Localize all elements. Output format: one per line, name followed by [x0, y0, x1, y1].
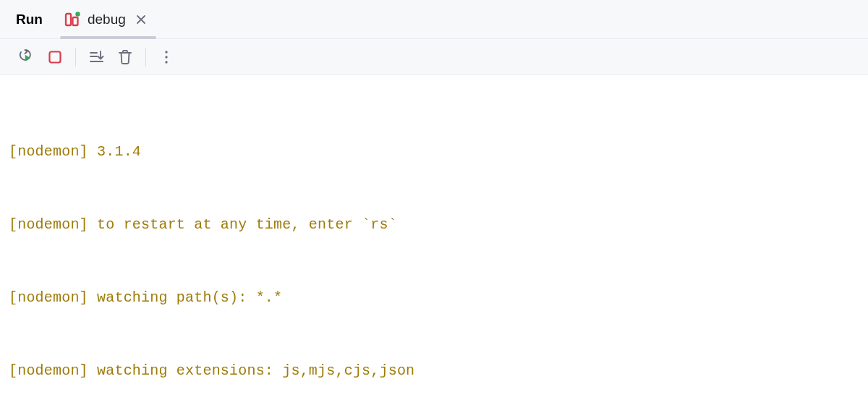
svg-rect-0 [66, 14, 71, 25]
clear-all-button[interactable] [112, 44, 138, 70]
svg-rect-1 [72, 17, 77, 25]
rerun-icon [18, 49, 34, 65]
run-toolbar [0, 39, 868, 75]
scroll-to-end-button[interactable] [83, 44, 109, 70]
stop-icon [48, 50, 62, 64]
console-line: [nodemon] watching path(s): *.* [9, 286, 859, 310]
svg-rect-3 [50, 51, 61, 62]
rerun-button[interactable] [13, 44, 39, 70]
console-output[interactable]: [nodemon] 3.1.4 [nodemon] to restart at … [0, 75, 868, 405]
svg-point-5 [165, 56, 167, 58]
more-actions-button[interactable] [153, 44, 179, 70]
trash-icon [118, 49, 132, 65]
kebab-icon [164, 50, 169, 64]
console-line: [nodemon] to restart at any time, enter … [9, 213, 859, 237]
close-icon [136, 14, 146, 25]
tab-close-button[interactable] [133, 12, 149, 27]
console-line: [nodemon] 3.1.4 [9, 140, 859, 164]
stop-button[interactable] [42, 44, 68, 70]
toolbar-separator [75, 48, 76, 67]
panel-title: Run [0, 0, 61, 38]
console-line: [nodemon] watching extensions: js,mjs,cj… [9, 359, 859, 383]
run-config-icon [64, 12, 80, 27]
svg-point-6 [165, 61, 167, 63]
svg-point-2 [75, 12, 80, 16]
tab-label: debug [88, 12, 126, 27]
scroll-to-end-icon [88, 49, 104, 65]
tab-active-underline [60, 36, 156, 39]
tab-strip: Run debug [0, 0, 868, 39]
toolbar-separator [145, 48, 146, 67]
tab-debug[interactable]: debug [61, 0, 155, 38]
svg-point-4 [165, 51, 167, 53]
